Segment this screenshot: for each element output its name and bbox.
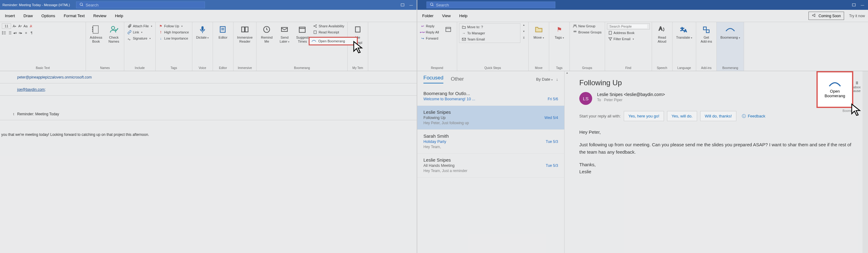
change-case-icon[interactable]: Aa: [23, 24, 28, 28]
read-receipt-button[interactable]: Read Receipt: [312, 29, 345, 35]
to-row[interactable]: To peter@pineapplepizzalovers.onmicrosof…: [0, 71, 417, 84]
menu-help-right[interactable]: Help: [455, 10, 472, 21]
try-it-now-link[interactable]: Try it now: [846, 12, 867, 19]
sort-dir-icon[interactable]: ↓: [556, 77, 558, 82]
group-addins: Add-ins: [698, 66, 715, 70]
quick-reply-label: Start your reply all with:: [579, 114, 621, 118]
decrease-indent-icon[interactable]: ◂≡: [13, 31, 17, 35]
message-item[interactable]: Leslie SnipesAll Hands MeetingTue 5/3Hey…: [417, 154, 564, 178]
decrease-font-icon[interactable]: A▾: [18, 24, 22, 28]
suggest-times-button[interactable]: Suggest Times: [294, 23, 310, 45]
move-button[interactable]: Move: [530, 23, 547, 41]
immersive-reader-button[interactable]: Immersive Reader: [235, 23, 255, 45]
align-icon[interactable]: ≡: [24, 31, 28, 35]
window-minimize-icon[interactable]: —: [860, 2, 866, 7]
forward-button[interactable]: ↪ Forward: [419, 36, 440, 41]
team-email-button[interactable]: Team Email: [461, 36, 519, 42]
address-book-button-right[interactable]: Address Book: [607, 30, 650, 36]
move-to-button[interactable]: Move to: ?: [461, 24, 519, 30]
window-maximize-icon[interactable]: [851, 2, 857, 7]
open-boomerang-button-left[interactable]: Open Boomerang: [309, 37, 358, 45]
send-later-icon: [280, 25, 289, 34]
menu-options[interactable]: Options: [37, 10, 60, 21]
tab-focused[interactable]: Focused: [424, 75, 443, 84]
quickstep-down-icon[interactable]: ▾: [522, 30, 527, 35]
increase-indent-icon[interactable]: ≡▸: [19, 31, 23, 35]
window-minimize-icon[interactable]: —: [408, 2, 414, 7]
bullets-icon[interactable]: [2, 31, 6, 35]
filter-email-button[interactable]: Filter Email: [607, 36, 650, 42]
message-item[interactable]: Sarah SmithHoliday PartyTue 5/3Hey Team,: [417, 130, 564, 154]
check-names-button[interactable]: Check Names: [105, 23, 122, 45]
send-later-button[interactable]: Send Later: [276, 23, 293, 45]
signature-button[interactable]: Signature: [126, 36, 153, 41]
quickstep-up-icon[interactable]: ▴: [522, 23, 527, 28]
flag-icon: ⚑: [159, 24, 163, 28]
tab-other[interactable]: Other: [451, 76, 464, 82]
meeting-button[interactable]: [441, 23, 455, 36]
menu-format-text[interactable]: Format Text: [60, 10, 89, 21]
quickstep-expand-icon[interactable]: ⊻: [522, 36, 527, 41]
menu-folder[interactable]: Folder: [418, 10, 438, 21]
increase-font-icon[interactable]: A▴: [12, 24, 17, 28]
ribbon-left: 11 A▴ A▾ Aa A̷ ◂≡ ≡▸: [0, 22, 417, 71]
reading-scrollbar[interactable]: [863, 71, 868, 253]
search-box-right[interactable]: [427, 2, 555, 8]
open-boomerang-popup[interactable]: Open Boomerang: [816, 71, 853, 108]
group-tags-left: Tags: [157, 66, 190, 70]
feedback-link[interactable]: ⓘ Feedback: [742, 114, 765, 119]
msg-sender: Leslie Snipes: [424, 109, 558, 115]
tags-button[interactable]: ⚑ Tags: [551, 23, 568, 41]
dictate-button[interactable]: Dictate: [194, 23, 211, 41]
search-box-left[interactable]: [76, 2, 205, 8]
browse-groups-button[interactable]: Browse Groups: [571, 29, 603, 35]
high-importance-button[interactable]: ! High Importance: [157, 29, 190, 35]
reply-all-button[interactable]: ↩↩ Reply All: [419, 29, 440, 35]
font-size-select[interactable]: 11: [2, 23, 11, 29]
search-input-left[interactable]: [86, 3, 202, 7]
address-book-button[interactable]: Address Book: [88, 23, 104, 45]
menu-help[interactable]: Help: [111, 10, 128, 21]
subject-row[interactable]: t Reminder: Meeting Today: [0, 108, 417, 120]
paragraph-icon[interactable]: ¶: [29, 31, 34, 35]
share-availability-button[interactable]: Share Availability: [312, 23, 345, 29]
compose-body[interactable]: you that we're meeting today! Looking fo…: [0, 120, 417, 149]
attach-file-button[interactable]: Attach File: [126, 23, 153, 29]
boomerang-button[interactable]: Boomerang: [719, 23, 742, 41]
clear-format-icon[interactable]: A̷: [29, 24, 33, 28]
get-addins-button[interactable]: Get Add-ins: [698, 23, 715, 45]
reply-button[interactable]: ↩ Reply: [419, 23, 440, 29]
editor-button[interactable]: Editor: [215, 23, 231, 41]
quick-reply-1[interactable]: Yes, here you go!: [624, 111, 664, 121]
search-input-right[interactable]: [436, 3, 552, 7]
boomerang-icon: [311, 39, 316, 43]
read-aloud-button[interactable]: A Read Aloud: [654, 23, 671, 45]
remind-me-button[interactable]: Remind Me: [258, 23, 275, 45]
menu-draw[interactable]: Draw: [19, 10, 37, 21]
coming-soon-button[interactable]: Coming Soon: [808, 12, 844, 20]
translate-button[interactable]: 文A Translate: [674, 23, 694, 41]
addins-icon: [702, 25, 711, 34]
new-group-button[interactable]: New Group: [571, 23, 603, 29]
menu-review[interactable]: Review: [89, 10, 111, 21]
sort-by-button[interactable]: By Date: [536, 77, 552, 82]
window-maximize-icon[interactable]: [400, 2, 406, 7]
low-importance-button[interactable]: ↓ Low Importance: [157, 36, 190, 41]
folder-move-icon: [462, 25, 466, 29]
menu-insert[interactable]: Insert: [1, 10, 19, 21]
message-item[interactable]: Boomerang for Outlo...Welcome to Boomera…: [417, 87, 564, 106]
numbering-icon[interactable]: [7, 31, 12, 35]
svg-line-28: [314, 26, 316, 27]
quick-reply-3[interactable]: Will do, thanks!: [700, 111, 736, 121]
menu-view[interactable]: View: [438, 10, 455, 21]
quick-reply-2[interactable]: Yes, will do.: [667, 111, 697, 121]
scroll-up-icon[interactable]: ▴: [564, 71, 569, 76]
svg-point-31: [431, 3, 433, 5]
cc-row[interactable]: Cc joe@baydin.com;: [0, 84, 417, 96]
group-find: Find: [607, 66, 650, 70]
message-item[interactable]: Leslie SnipesFollowing UpWed 5/4Hey Pete…: [417, 106, 564, 130]
link-button[interactable]: Link: [126, 29, 153, 35]
to-manager-button[interactable]: → To Manager: [461, 30, 519, 36]
follow-up-button[interactable]: ⚑ Follow Up: [157, 23, 190, 29]
search-people-input[interactable]: [607, 23, 650, 29]
